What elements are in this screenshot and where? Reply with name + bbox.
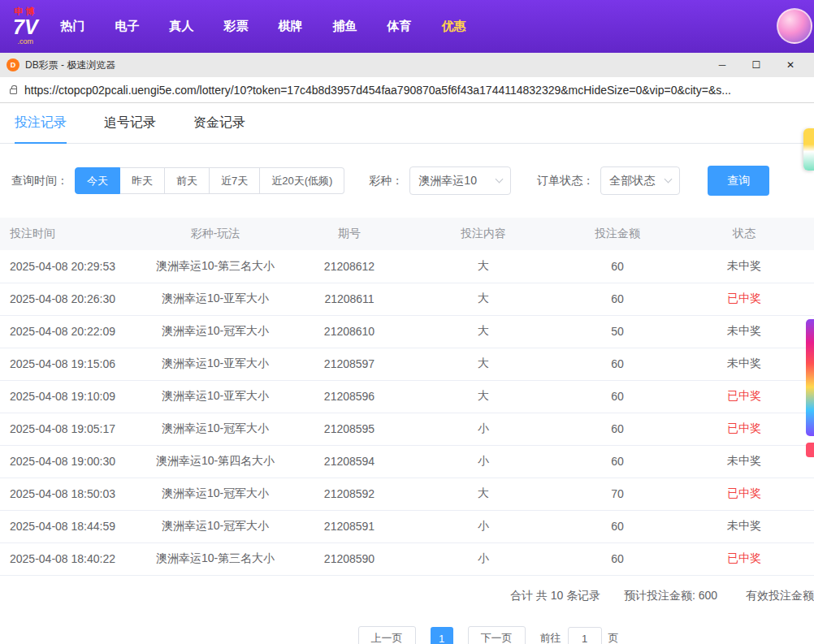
summary-valid-amount: 有效投注金额 [746,589,814,603]
time-filter-yesterday[interactable]: 昨天 [120,167,165,194]
issue-number-cell: 21208596 [292,380,406,413]
table-row: 2025-04-08 19:05:17澳洲幸运10-冠军大小21208595小6… [0,413,814,445]
goto-page-unit: 页 [608,631,619,644]
bet-content-cell: 大 [406,348,561,380]
time-filter-today[interactable]: 今天 [75,167,120,194]
lottery-play-cell: 澳洲幸运10-亚军大小 [138,283,292,315]
floating-banner-small[interactable] [806,443,814,457]
bet-amount-cell: 60 [561,445,674,478]
tab-chase-records[interactable]: 追号记录 [104,103,156,143]
nav-item-sports[interactable]: 体育 [388,19,412,34]
summary-total-records: 合计 共 10 条记录 [510,589,600,603]
status-cell: 已中奖 [674,413,814,445]
bet-amount-cell: 70 [561,478,674,510]
bet-time-cell: 2025-04-08 19:05:17 [0,413,138,445]
chevron-down-icon [496,175,504,184]
nav-item-fishing[interactable]: 捕鱼 [333,19,357,34]
address-bar[interactable]: https://ctopcp02pcali.uengi5e.com/lotter… [0,77,814,103]
bet-time-cell: 2025-04-08 18:50:03 [0,478,138,510]
nav-item-hot[interactable]: 热门 [61,19,85,34]
table-row: 2025-04-08 20:26:30澳洲幸运10-亚军大小21208611大6… [0,283,814,315]
time-filter-last-7-days[interactable]: 近7天 [210,167,260,194]
table-row: 2025-04-08 18:50:03澳洲幸运10-冠军大小21208592大7… [0,478,814,510]
bet-amount-cell: 60 [561,542,674,575]
issue-number-cell: 21208594 [292,445,406,478]
table-row: 2025-04-08 20:29:53澳洲幸运10-第三名大小21208612大… [0,250,814,283]
url-text[interactable]: https://ctopcp02pcali.uengi5e.com/lotter… [24,84,731,97]
nav-item-chess[interactable]: 棋牌 [279,19,303,34]
order-status-select[interactable]: 全部状态 [600,166,680,195]
bet-amount-cell: 60 [561,250,674,283]
window-title: DB彩票 - 极速浏览器 [25,58,115,72]
logo-text-main: 7V [13,17,38,37]
browser-title-bar: D DB彩票 - 极速浏览器 ─ ☐ ✕ [0,53,814,77]
query-button[interactable]: 查询 [708,166,769,196]
lottery-select-value: 澳洲幸运10 [418,174,477,188]
prev-page-button[interactable]: 上一页 [358,626,416,644]
bet-records-table: 投注时间彩种-玩法期号投注内容投注金额状态 2025-04-08 20:29:5… [0,218,814,576]
maximize-icon[interactable]: ☐ [739,59,773,71]
lottery-play-cell: 澳洲幸运10-亚军大小 [138,348,292,380]
tab-fund-records[interactable]: 资金记录 [193,103,245,143]
page-number-current[interactable]: 1 [431,627,453,644]
summary-expected-amount: 预计投注金额: 600 [624,589,717,603]
bet-content-cell: 大 [406,478,561,510]
lottery-play-cell: 澳洲幸运10-第三名大小 [138,542,292,575]
table-row: 2025-04-08 18:44:59澳洲幸运10-冠军大小21208591小6… [0,510,814,542]
goto-page-input[interactable] [568,627,602,644]
time-filter-last-20-days[interactable]: 近20天(低频) [260,167,344,194]
status-cell: 已中奖 [674,542,814,575]
close-icon[interactable]: ✕ [773,59,808,71]
bet-amount-cell: 60 [561,348,674,380]
column-header-5: 状态 [674,218,814,250]
column-header-2: 期号 [292,218,406,250]
lottery-select[interactable]: 澳洲幸运10 [409,166,511,195]
lock-icon [10,89,17,94]
tab-bet-records[interactable]: 投注记录 [15,103,67,143]
top-nav-bar: 申博 7V .com 热门电子真人彩票棋牌捕鱼体育优惠 [0,0,814,53]
bet-content-cell: 小 [406,542,561,575]
bet-amount-cell: 60 [561,510,674,542]
bet-amount-cell: 60 [561,283,674,315]
time-filter-day-before[interactable]: 前天 [165,167,210,194]
bet-amount-cell: 60 [561,413,674,445]
column-header-3: 投注内容 [406,218,561,250]
lottery-play-cell: 澳洲幸运10-冠军大小 [138,413,292,445]
next-page-button[interactable]: 下一页 [468,626,526,644]
nav-item-live[interactable]: 真人 [170,19,194,34]
bet-content-cell: 大 [406,315,561,348]
issue-number-cell: 21208595 [292,413,406,445]
order-status-label: 订单状态： [537,174,594,188]
bet-content-cell: 小 [406,413,561,445]
issue-number-cell: 21208612 [292,250,406,283]
bet-time-cell: 2025-04-08 20:22:09 [0,315,138,348]
bet-content-cell: 小 [406,445,561,478]
issue-number-cell: 21208611 [292,283,406,315]
status-cell: 已中奖 [674,478,814,510]
bet-amount-cell: 60 [561,380,674,413]
lottery-play-cell: 澳洲幸运10-冠军大小 [138,478,292,510]
floating-banner-middle[interactable] [806,319,814,436]
nav-item-promo[interactable]: 优惠 [442,19,466,34]
table-row: 2025-04-08 19:00:30澳洲幸运10-第四名大小21208594小… [0,445,814,478]
table-row: 2025-04-08 19:15:06澳洲幸运10-亚军大小21208597大6… [0,348,814,380]
site-logo[interactable]: 申博 7V .com [13,7,38,45]
minimize-icon[interactable]: ─ [705,59,739,71]
column-header-4: 投注金额 [561,218,674,250]
bet-time-cell: 2025-04-08 20:29:53 [0,250,138,283]
pagination: 上一页 1 下一页 前往 页 [162,626,814,644]
avatar[interactable] [777,8,812,44]
nav-item-lottery[interactable]: 彩票 [224,19,249,34]
bet-time-cell: 2025-04-08 19:00:30 [0,445,138,478]
column-header-1: 彩种-玩法 [138,218,292,250]
time-filter-label: 查询时间： [11,174,68,188]
chevron-down-icon [665,175,673,184]
nav-item-slots[interactable]: 电子 [115,19,140,34]
lottery-play-cell: 澳洲幸运10-第四名大小 [138,445,292,478]
lottery-play-cell: 澳洲幸运10-亚军大小 [138,380,292,413]
floating-banner-top[interactable] [803,128,814,171]
order-status-value: 全部状态 [609,174,655,188]
bet-content-cell: 大 [406,380,561,413]
column-header-0: 投注时间 [0,218,138,250]
table-header-row: 投注时间彩种-玩法期号投注内容投注金额状态 [0,218,814,250]
